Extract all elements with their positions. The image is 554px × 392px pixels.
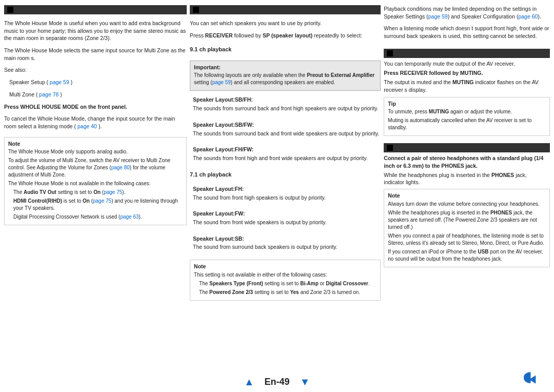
col2-sb: Speaker Layout:SB: The sound from surrou… xyxy=(193,235,381,252)
col2-note-line2: The Speakers Type (Front) setting is set… xyxy=(199,280,377,287)
col2-fh-text: The sound from front high speakers is ou… xyxy=(193,194,381,202)
col3-section2-header xyxy=(384,49,550,58)
col3-press-muting: Press RECEIVER followed by MUTING. xyxy=(384,69,550,77)
section-icon-3 xyxy=(387,50,393,56)
col1-press-label: Press WHOLE HOUSE MODE on the front pane… xyxy=(4,103,187,111)
col3-tip-line2: Muting is automatically cancelled when t… xyxy=(388,117,546,131)
col3-section3: Connect a pair of stereo headphones with… xyxy=(384,143,550,267)
col1-note-line1: The Whole House Mode only supports analo… xyxy=(8,148,183,155)
col2-sb-fw: Speaker Layout:SB/FW: The sounds from su… xyxy=(193,121,381,139)
section-icon-4 xyxy=(387,145,393,151)
col3-tip-line1: To unmute, press MUTING again or adjust … xyxy=(388,108,546,115)
col2-important-title: Important: xyxy=(194,64,377,71)
col3-mute-intro: You can temporarily mute the output of t… xyxy=(384,60,550,68)
col3-playback-conditions: Playback conditions may be limited depen… xyxy=(384,5,550,20)
col1-note-box: Note The Whole House Mode only supports … xyxy=(4,137,187,226)
col2-fw-text: The sound from front wide speakers is ou… xyxy=(193,219,381,226)
col2-fw-header: Speaker Layout:FW: xyxy=(193,210,381,218)
col2-sb-header: Speaker Layout:SB: xyxy=(193,235,381,243)
column-2: You can set which speakers you want to u… xyxy=(190,5,381,370)
col1-note-line4: The Audio TV Out setting is set to On (p… xyxy=(13,189,183,196)
col2-important-text: The following layouts are only available… xyxy=(194,72,377,86)
column-1: The Whole House Mode is useful when you … xyxy=(4,5,187,370)
footer-nav: ▲ En-49 ▼ xyxy=(244,376,310,388)
col2-intro: You can set which speakers you want to u… xyxy=(190,19,381,27)
col2-ch71: 7.1 ch playback xyxy=(190,171,381,179)
section-icon-2 xyxy=(193,7,199,13)
column-3: Playback conditions may be limited depen… xyxy=(384,5,550,370)
col1-note-line5: HDMI Control(RIHD) is set to On (page 75… xyxy=(13,198,183,212)
col2-fh-fw-header: Speaker Layout:FH/FW: xyxy=(193,146,381,153)
col3-headphones-bold: Connect a pair of stereo headphones with… xyxy=(384,154,550,169)
col2-note-box: Note This setting is not available in ei… xyxy=(190,260,381,301)
col1-intro: The Whole House Mode is useful when you … xyxy=(4,19,187,42)
col1-note-line2: To adjust the volume of Multi Zone, swit… xyxy=(8,157,183,179)
col1-note-title: Note xyxy=(8,140,183,148)
col2-sb-text: The sound from surround back speakers is… xyxy=(193,243,381,251)
col2-ch91: 9.1 ch playback xyxy=(190,46,381,53)
col2-fw: Speaker Layout:FW: The sound from front … xyxy=(193,210,381,227)
col3-phones-text: While the headphones plug is inserted in… xyxy=(384,171,550,186)
col3-section3-header xyxy=(384,143,550,152)
col2-note-line1: This setting is not available in either … xyxy=(194,271,377,279)
col3-tip-title: Tip xyxy=(388,100,546,108)
col2-press-label: Press RECEIVER followed by SP (speaker l… xyxy=(190,32,381,40)
page: The Whole House Mode is useful when you … xyxy=(0,0,554,392)
col3-note2-line1: Always turn down the volume before conne… xyxy=(388,201,546,208)
col2-fh-fw: Speaker Layout:FH/FW: The sounds from fr… xyxy=(193,146,381,163)
col2-fh: Speaker Layout:FH: The sound from front … xyxy=(193,185,381,203)
col1-note-line6: Digital Processing Crossover Network is … xyxy=(13,213,183,221)
content-area: The Whole House Mode is useful when you … xyxy=(0,0,554,370)
col3-section2: You can temporarily mute the output of t… xyxy=(384,49,550,136)
section-icon-1 xyxy=(7,7,13,13)
col2-note-title: Note xyxy=(194,263,377,270)
col1-line2: The Whole House Mode selects the same in… xyxy=(4,47,187,62)
col1-cancel-text: To cancel the Whole House Mode, change t… xyxy=(4,115,187,130)
col3-listening-mode: When a listening mode which doesn t supp… xyxy=(384,25,550,40)
col2-important-box: Important: The following layouts are onl… xyxy=(190,61,381,91)
col2-sb-fh: Speaker Layout:SB/FH: The sounds from su… xyxy=(193,96,381,113)
col2-note-line3: The Powered Zone 2/3 setting is set to Y… xyxy=(199,289,377,296)
col3-tip-box: Tip To unmute, press MUTING again or adj… xyxy=(384,97,550,136)
prev-arrow[interactable]: ▲ xyxy=(244,376,254,388)
col2-section-header xyxy=(190,5,381,14)
col1-multi-zone: Multi Zone ( page 78 ) xyxy=(9,91,187,99)
col3-note2-box: Note Always turn down the volume before … xyxy=(384,189,550,267)
page-number: En-49 xyxy=(264,377,289,387)
col3-note2-line4: If you connect an iPod or iPhone to the … xyxy=(388,248,546,263)
back-button[interactable] xyxy=(518,367,539,388)
col1-speaker-setup: Speaker Setup ( page 59 ) xyxy=(9,79,187,86)
col3-note2-line2: While the headphones plug is inserted in… xyxy=(388,209,546,231)
footer: ▲ En-49 ▼ xyxy=(0,372,554,392)
col1-see-also: See also: xyxy=(4,66,187,74)
col2-fh-fw-text: The sounds from front high and front wid… xyxy=(193,154,381,162)
col3-muting-text: The output is muted and the MUTING indic… xyxy=(384,79,550,93)
col2-sb-fw-header: Speaker Layout:SB/FW: xyxy=(193,121,381,129)
col3-note2-title: Note xyxy=(388,192,546,200)
col1-note-line3: The Whole House Mode is not available in… xyxy=(8,180,183,187)
col2-sb-fh-text: The sounds from surround back and front … xyxy=(193,105,381,112)
col2-fh-header: Speaker Layout:FH: xyxy=(193,185,381,193)
col3-note2-line3: When you connect a pair of headphones, t… xyxy=(388,232,546,247)
back-arrow-icon xyxy=(519,368,538,387)
col2-sb-fh-header: Speaker Layout:SB/FH: xyxy=(193,96,381,104)
col1-section-header xyxy=(4,5,187,14)
col2-sb-fw-text: The sounds from surround back and front … xyxy=(193,130,381,138)
next-arrow[interactable]: ▼ xyxy=(300,376,310,388)
